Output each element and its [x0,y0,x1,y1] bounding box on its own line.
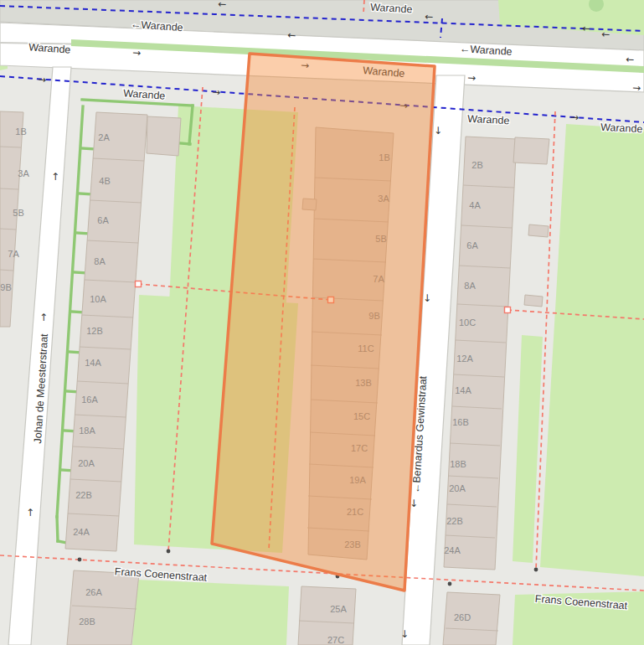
house-number: 7A [8,249,19,259]
house-number: 26D [454,612,471,622]
house-number: 8A [464,281,476,291]
left-arrow-icon: ← [626,54,635,66]
house-number: 26A [85,587,102,597]
house-number: 10C [459,317,476,328]
house-number: 18B [450,459,466,469]
right-arrow-icon: → [467,72,477,85]
down-arrow-icon: ↓ [400,628,409,640]
house-number: 12A [456,353,473,364]
down-arrow-icon: ↓ [434,125,442,137]
down-arrow-icon: ↓ [423,292,431,304]
house-number: 10A [90,294,106,304]
selection-polygon[interactable] [212,54,435,591]
up-arrow-icon: ↑ [26,507,34,519]
house-number: 16A [81,395,98,405]
house-number: 22B [446,516,463,526]
house-number: 28B [79,617,95,627]
house-number: 2A [98,132,110,142]
right-arrow-icon: → [212,86,221,99]
house-number: 9B [0,282,11,292]
house-number: 5B [13,208,23,218]
house-number: 12B [86,326,103,336]
house-number: 24A [73,527,90,537]
street-label-warande: Warande [600,121,643,136]
street-label-warande: Warande [467,113,510,127]
right-arrow-icon: → [132,47,142,59]
left-arrow-icon: ← [218,0,227,10]
up-arrow-icon: ↑ [51,171,59,183]
house-number: 20A [78,458,95,468]
house-number: 14A [85,358,101,368]
house-number: 2B [471,160,482,170]
house-number: 6A [97,215,109,225]
right-arrow-icon: → [570,111,580,124]
house-number: 3A [18,168,29,178]
house-number: 22B [75,490,92,500]
house-number: 16B [452,417,469,427]
left-arrow-icon: ← [425,11,434,23]
house-number: 1B [15,126,26,137]
left-arrow-icon: ← [582,23,591,35]
house-number: 27C [327,635,344,645]
left-arrow-icon: ← [287,29,296,42]
selection-area[interactable] [212,54,435,591]
right-arrow-icon: → [38,74,47,86]
map-viewport[interactable]: Warande ←Warande Warande ←Warande Warand… [0,0,644,645]
left-arrow-icon: ← [601,28,611,41]
house-number: 25A [330,604,347,614]
house-number: 18A [79,426,95,436]
house-number: 14A [455,385,471,395]
right-arrow-icon: → [632,82,641,95]
house-number: 8A [94,256,106,266]
house-number: 6A [466,240,478,250]
house-number: 4B [99,176,110,186]
map-canvas[interactable]: Warande ←Warande Warande ←Warande Warand… [0,0,644,645]
house-number: 4A [469,200,481,210]
house-number: 20A [449,483,466,493]
house-number: 24A [444,545,461,555]
up-arrow-icon: ↑ [39,312,48,323]
